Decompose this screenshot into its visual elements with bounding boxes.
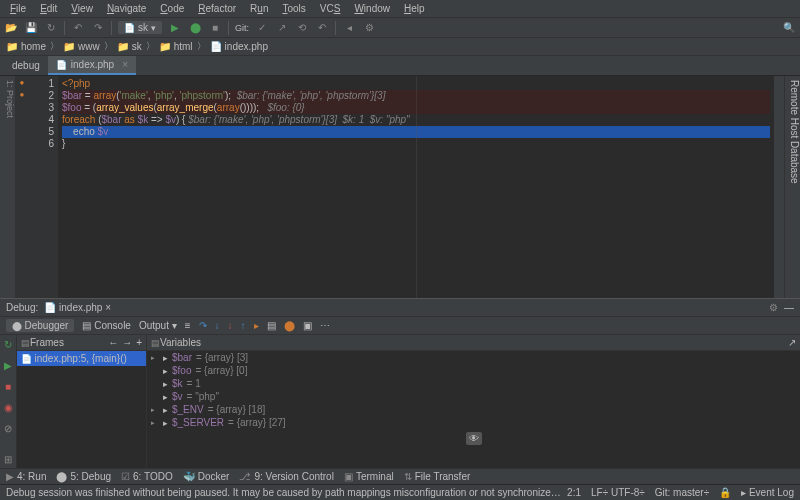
breadcrumb-sk[interactable]: 📁 sk [117,41,142,52]
var-foo[interactable]: ▸ $foo = {array} [0] [147,364,800,377]
rerun-icon[interactable]: ↻ [4,339,12,350]
bottom-todo[interactable]: ☑ 6: TODO [121,471,173,482]
bottom-debug[interactable]: ⬤ 5: Debug [56,471,111,482]
editor-tabs: debug 📄index.php× [0,56,800,76]
breadcrumb-file[interactable]: 📄 index.php [210,41,268,52]
menu-help[interactable]: Help [398,1,431,16]
more-icon[interactable]: ⋯ [320,320,330,331]
mute-breakpoints-icon[interactable]: ⬤ [284,320,295,331]
output-tab[interactable]: Output ▾ [139,320,177,331]
breadcrumb-html[interactable]: 📁 html [159,41,193,52]
var-k[interactable]: ▸ $k = 1 [147,377,800,390]
layout-icon[interactable]: ⊞ [4,454,12,465]
stop-icon[interactable]: ■ [208,21,222,35]
code-editor[interactable]: ● ● 123456 <?php $bar = array('make', 'p… [16,76,784,298]
menu-code[interactable]: Code [154,1,190,16]
redo-icon[interactable]: ↷ [91,21,105,35]
bottom-vcs[interactable]: ⎇ 9: Version Control [239,471,334,482]
settings-icon[interactable]: ⚙ [362,21,376,35]
watch-icon[interactable]: 👁 [466,432,482,445]
main-area: 1: Project ● ● 123456 <?php $bar = array… [0,76,800,298]
variables-panel: ▤ Variables↗ ▸▸ $bar = {array} [3] ▸ $fo… [146,335,800,468]
mute-icon[interactable]: ⊘ [4,423,12,434]
undo-icon[interactable]: ↶ [71,21,85,35]
menu-view[interactable]: View [65,1,99,16]
menu-run[interactable]: Run [244,1,274,16]
tab-index-php[interactable]: 📄index.php× [48,56,136,75]
menubar: File Edit View Navigate Code Refactor Ru… [0,0,800,18]
stack-frame[interactable]: 📄 index.php:5, {main}() [17,351,146,366]
settings-icon[interactable]: ≡ [185,320,191,331]
breakpoint-icon[interactable]: ● [16,78,28,90]
sync-icon[interactable]: ↻ [44,21,58,35]
step-over-icon[interactable]: ↷ [199,320,207,331]
force-step-into-icon[interactable]: ↓ [228,320,233,331]
status-message: Debug session was finished without being… [6,487,566,498]
separator [64,21,65,35]
gutter-icons: ● ● [16,76,28,298]
bottom-run[interactable]: ▶ 4: Run [6,471,46,482]
view-bp-icon[interactable]: ◉ [4,402,13,413]
var-server[interactable]: ▸▸ $_SERVER = {array} [27] [147,416,800,429]
expand-icon[interactable]: ↗ [788,337,796,348]
menu-refactor[interactable]: Refactor [192,1,242,16]
git-revert-icon[interactable]: ↶ [315,21,329,35]
console-tab[interactable]: ▤ Console [82,320,130,331]
menu-window[interactable]: Window [348,1,396,16]
breadcrumb-home[interactable]: 📁 home [6,41,46,52]
search-icon[interactable]: 🔍 [782,21,796,35]
menu-tools[interactable]: Tools [276,1,311,16]
menu-navigate[interactable]: Navigate [101,1,152,16]
debug-header: Debug: 📄 index.php × ⚙ — [0,299,800,317]
evaluate-icon[interactable]: ▤ [267,320,276,331]
bottom-filetransfer[interactable]: ⇅ File Transfer [404,471,471,482]
debug-tab-file[interactable]: 📄 index.php × [44,302,111,313]
step-into-icon[interactable]: ↓ [215,320,220,331]
gear-icon[interactable]: ⚙ [769,302,778,313]
menu-edit[interactable]: Edit [34,1,63,16]
menu-vcs[interactable]: VCS [314,1,347,16]
save-icon[interactable]: 💾 [24,21,38,35]
bottom-docker[interactable]: 🐳 Docker [183,471,230,482]
tab-debug[interactable]: debug [4,57,48,74]
git-branch[interactable]: Git: master÷ [655,487,709,498]
editor-scrollbar[interactable] [774,76,784,298]
view-breakpoints-icon[interactable]: ▣ [303,320,312,331]
step-out-icon[interactable]: ↑ [241,320,246,331]
editor-split-line [416,76,417,298]
bottom-terminal[interactable]: ▣ Terminal [344,471,394,482]
var-env[interactable]: ▸▸ $_ENV = {array} [18] [147,403,800,416]
run-config-selector[interactable]: 📄 sk ▾ [118,21,162,34]
resume-icon[interactable]: ▶ [4,360,12,371]
debug-icon[interactable]: ⬤ [188,21,202,35]
code-area[interactable]: <?php $bar = array('make', 'php', 'phpst… [58,76,774,298]
run-to-cursor-icon[interactable]: ▸ [254,320,259,331]
cursor-position[interactable]: 2:1 [567,487,581,498]
var-bar[interactable]: ▸▸ $bar = {array} [3] [147,351,800,364]
variables-header: ▤ Variables↗ [147,335,800,351]
run-icon[interactable]: ▶ [168,21,182,35]
encoding[interactable]: LF÷ UTF-8÷ [591,487,645,498]
minimize-icon[interactable]: — [784,302,794,313]
close-tab-icon[interactable]: × [122,59,128,70]
git-update-icon[interactable]: ✓ [255,21,269,35]
debugger-tab[interactable]: ⬤ Debugger [6,319,74,332]
back-icon[interactable]: ◂ [342,21,356,35]
breadcrumb-www[interactable]: 📁 www [63,41,100,52]
next-frame-icon[interactable]: → [122,337,132,348]
git-push-icon[interactable]: ↗ [275,21,289,35]
line-numbers: 123456 [28,76,58,298]
breakpoint-icon[interactable]: ● [16,90,28,102]
right-toolwindow-bar[interactable]: Remote Host Database [784,76,800,298]
main-toolbar: 📂 💾 ↻ ↶ ↷ 📄 sk ▾ ▶ ⬤ ■ Git: ✓ ↗ ⟲ ↶ ◂ ⚙ … [0,18,800,38]
add-icon[interactable]: + [136,337,142,348]
left-toolwindow-bar[interactable]: 1: Project [0,76,16,298]
open-icon[interactable]: 📂 [4,21,18,35]
prev-frame-icon[interactable]: ← [108,337,118,348]
event-log[interactable]: ▸ Event Log [741,487,794,498]
stop-icon[interactable]: ■ [5,381,11,392]
git-history-icon[interactable]: ⟲ [295,21,309,35]
var-v[interactable]: ▸ $v = "php" [147,390,800,403]
menu-file[interactable]: File [4,1,32,16]
lock-icon[interactable]: 🔒 [719,487,731,498]
